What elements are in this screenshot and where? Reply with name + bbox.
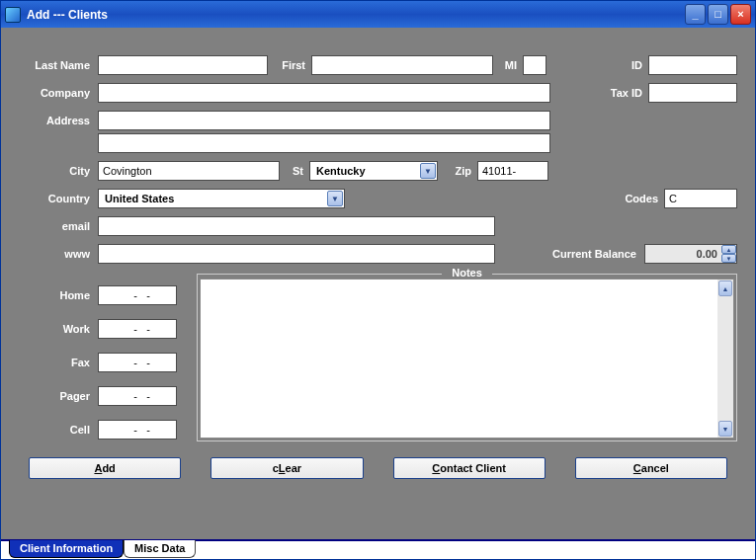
last-name-input[interactable] (98, 55, 268, 75)
id-input[interactable] (648, 55, 737, 75)
id-label: ID (601, 59, 648, 71)
work-phone-input[interactable] (98, 319, 177, 339)
zip-input[interactable] (477, 161, 548, 181)
last-name-label: Last Name (19, 59, 98, 71)
maximize-button[interactable]: □ (708, 4, 728, 25)
address-label: Address (19, 115, 98, 126)
scroll-down-icon[interactable]: ▼ (718, 421, 732, 437)
contact-client-button[interactable]: Contact Client (393, 457, 546, 479)
tax-id-label: Tax ID (601, 87, 648, 99)
city-input[interactable] (98, 161, 280, 181)
www-input[interactable] (98, 244, 495, 264)
first-label: First (268, 59, 311, 71)
close-icon: × (737, 9, 743, 20)
address1-input[interactable] (98, 111, 550, 130)
app-icon (5, 7, 21, 23)
current-balance-label: Current Balance (552, 248, 644, 260)
email-label: email (19, 220, 98, 232)
spinner-up-icon[interactable]: ▲ (721, 245, 736, 254)
notes-legend: Notes (442, 267, 492, 279)
clear-button[interactable]: cLear (210, 457, 363, 479)
company-label: Company (19, 87, 98, 99)
notes-textarea[interactable]: ▲ ▼ (200, 279, 734, 439)
cancel-button[interactable]: Cancel (575, 457, 727, 479)
country-select[interactable]: United States ▼ (98, 189, 345, 208)
state-label: St (280, 165, 309, 177)
company-input[interactable] (98, 83, 550, 103)
spinner-down-icon[interactable]: ▼ (721, 254, 736, 263)
mi-input[interactable] (523, 55, 546, 75)
add-button[interactable]: Add (29, 457, 181, 479)
state-select[interactable]: Kentucky ▼ (309, 161, 438, 181)
tab-misc-data[interactable]: Misc Data (124, 540, 196, 558)
work-label: Work (19, 323, 98, 335)
cell-phone-input[interactable] (98, 420, 177, 440)
pager-label: Pager (19, 390, 98, 402)
www-label: www (19, 248, 98, 260)
home-label: Home (19, 289, 98, 301)
titlebar: Add --- Clients _ □ × (1, 1, 755, 28)
email-input[interactable] (98, 216, 495, 236)
current-balance-spinner[interactable]: 0.00 ▲ ▼ (644, 244, 737, 264)
mi-label: MI (493, 59, 523, 71)
first-input[interactable] (311, 55, 493, 75)
zip-label: Zip (438, 165, 477, 177)
notes-scrollbar[interactable]: ▲ ▼ (717, 280, 733, 438)
minimize-icon: _ (692, 9, 698, 20)
tab-client-information[interactable]: Client Information (9, 540, 124, 558)
chevron-down-icon: ▼ (327, 191, 343, 206)
city-label: City (19, 165, 98, 177)
tax-id-input[interactable] (648, 83, 737, 103)
address2-input[interactable] (98, 133, 550, 153)
fax-label: Fax (19, 357, 98, 368)
country-label: Country (19, 193, 98, 204)
minimize-button[interactable]: _ (685, 4, 706, 25)
maximize-icon: □ (714, 9, 721, 20)
country-value: United States (103, 193, 327, 204)
fax-phone-input[interactable] (98, 353, 177, 372)
scroll-up-icon[interactable]: ▲ (718, 280, 732, 296)
state-value: Kentucky (314, 165, 420, 177)
codes-input[interactable] (664, 189, 737, 208)
notes-group: Notes ▲ ▼ (197, 274, 737, 441)
close-button[interactable]: × (730, 4, 751, 25)
current-balance-value: 0.00 (645, 248, 721, 260)
home-phone-input[interactable] (98, 285, 177, 305)
pager-phone-input[interactable] (98, 386, 177, 406)
window-title: Add --- Clients (27, 8, 685, 22)
codes-label: Codes (617, 193, 664, 204)
chevron-down-icon: ▼ (420, 163, 436, 179)
cell-label: Cell (19, 424, 98, 436)
tabstrip: Client Information Misc Data (1, 539, 755, 559)
